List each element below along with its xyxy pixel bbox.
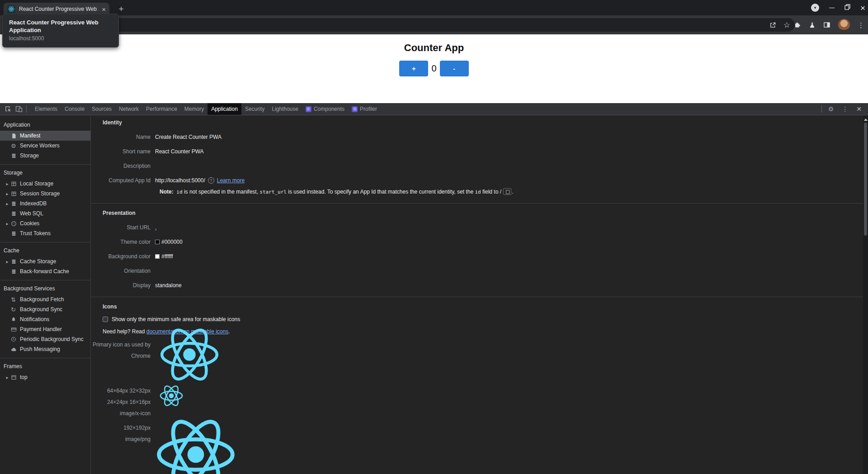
- sidebar-item-manifest[interactable]: Manifest: [0, 131, 90, 141]
- tab-sources[interactable]: Sources: [88, 103, 115, 115]
- short-name-label: Short name: [91, 148, 155, 155]
- theme-color-swatch: [155, 240, 160, 244]
- devtools-close-icon[interactable]: ✕: [853, 105, 865, 113]
- sidebar-item-web-sql[interactable]: Web SQL: [0, 209, 90, 218]
- scrollbar-up-arrow-icon[interactable]: [864, 118, 868, 121]
- tab-title: React Counter Progressive Web A: [19, 6, 98, 12]
- sidebar-item-background-fetch[interactable]: ⇅ Background Fetch: [0, 294, 90, 304]
- sidebar-item-push-messaging[interactable]: Push Messaging: [0, 344, 90, 354]
- database-icon: [11, 153, 20, 159]
- tab-close-icon[interactable]: ×: [102, 6, 106, 13]
- window-close-icon[interactable]: ×: [860, 4, 865, 12]
- tab-elements[interactable]: Elements: [31, 103, 61, 115]
- background-color-label: Background color: [91, 253, 155, 260]
- tab-lighthouse[interactable]: Lighthouse: [268, 103, 302, 115]
- sidebar-item-cookies[interactable]: ▸ Cookies: [0, 218, 90, 228]
- sidebar-item-notifications[interactable]: Notifications: [0, 314, 90, 324]
- scrollbar-thumb[interactable]: [864, 123, 867, 236]
- side-panel-icon[interactable]: [823, 21, 830, 28]
- tooltip-url: localhost:5000: [9, 35, 112, 42]
- start-url-label: Start URL: [91, 224, 155, 231]
- sidebar-item-payment-handler[interactable]: Payment Handler: [0, 324, 90, 334]
- maskable-icons-checkbox[interactable]: [103, 317, 108, 322]
- database-icon: [11, 211, 20, 217]
- extensions-puzzle-icon[interactable]: [794, 21, 801, 28]
- beaker-flask-icon[interactable]: [809, 22, 816, 28]
- tab-memory[interactable]: Memory: [181, 103, 208, 115]
- open-in-new-icon[interactable]: [769, 22, 776, 28]
- new-tab-button[interactable]: +: [116, 4, 127, 14]
- devtools-settings-gear-icon[interactable]: ⚙: [825, 105, 838, 113]
- tab-profiler[interactable]: Profiler: [348, 103, 381, 115]
- tab-security[interactable]: Security: [241, 103, 268, 115]
- page-content: Counter App + 0 -: [0, 34, 868, 103]
- tab-application[interactable]: Application: [208, 103, 241, 115]
- learn-more-link[interactable]: Learn more: [217, 177, 245, 184]
- database-icon: [11, 269, 20, 275]
- cloud-icon: [11, 346, 20, 352]
- tab-search-icon[interactable]: ▼: [811, 4, 819, 12]
- sidebar-item-top-frame[interactable]: ▸ top: [0, 372, 90, 382]
- sidebar-item-periodic-background-sync[interactable]: Periodic Background Sync: [0, 334, 90, 344]
- table-icon: [11, 181, 20, 187]
- theme-color-value: #000000: [161, 239, 183, 245]
- tab-network[interactable]: Network: [115, 103, 142, 115]
- sidebar-item-background-sync[interactable]: ↻ Background Sync: [0, 304, 90, 314]
- help-icon[interactable]: ?: [208, 177, 214, 184]
- tab-performance[interactable]: Performance: [142, 103, 181, 115]
- page-title: Counter App: [0, 42, 868, 54]
- theme-color-label: Theme color: [91, 239, 155, 245]
- device-toolbar-icon[interactable]: [14, 104, 24, 114]
- sidebar-section-frames: Frames: [0, 360, 90, 372]
- address-bar[interactable]: ☆: [41, 18, 795, 32]
- sidebar-item-back-forward-cache[interactable]: Back-forward Cache: [0, 266, 90, 276]
- name-label: Name: [91, 134, 155, 140]
- tab-components[interactable]: Components: [302, 103, 348, 115]
- expand-caret-icon[interactable]: ▸: [4, 191, 11, 196]
- section-divider: [91, 297, 868, 297]
- icons-section-title: Icons: [103, 303, 868, 310]
- increment-button[interactable]: +: [399, 61, 428, 76]
- sidebar-item-indexeddb[interactable]: ▸ IndexedDB: [0, 199, 90, 209]
- decrement-button[interactable]: -: [440, 61, 469, 76]
- expand-caret-icon[interactable]: ▸: [4, 181, 11, 186]
- sidebar-section-cache: Cache: [0, 244, 90, 256]
- bell-icon: [11, 317, 20, 322]
- large-icon-label: 192×192px image/png: [91, 422, 155, 445]
- description-label: Description: [91, 163, 155, 169]
- browser-toolbar: ☆ ⋮: [0, 15, 868, 34]
- expand-caret-icon[interactable]: ▸: [4, 375, 11, 380]
- tab-tooltip: React Counter Progressive Web Applicatio…: [2, 14, 119, 47]
- up-down-arrows-icon: ⇅: [11, 296, 20, 303]
- window-restore-icon[interactable]: [844, 4, 850, 12]
- identity-section-title: Identity: [103, 119, 868, 126]
- tab-console[interactable]: Console: [61, 103, 88, 115]
- expand-caret-icon[interactable]: ▸: [4, 259, 11, 264]
- expand-caret-icon[interactable]: ▸: [4, 221, 11, 226]
- sidebar-item-session-storage[interactable]: ▸ Session Storage: [0, 189, 90, 199]
- app-id-label: Computed App Id: [91, 177, 155, 184]
- database-icon: [11, 231, 20, 237]
- presentation-section-title: Presentation: [103, 210, 868, 216]
- sidebar-section-background-services: Background Services: [0, 282, 90, 294]
- start-url-value[interactable]: .: [155, 224, 156, 231]
- copy-app-id-button[interactable]: [503, 188, 511, 195]
- browser-menu-dots-icon[interactable]: ⋮: [858, 22, 864, 28]
- window-minimize-icon[interactable]: [829, 8, 835, 8]
- sidebar-item-trust-tokens[interactable]: Trust Tokens: [0, 228, 90, 238]
- manifest-panel: Identity Name Create React Counter PWA S…: [91, 116, 868, 474]
- gear-icon: ⚙: [11, 142, 20, 149]
- profile-avatar[interactable]: [838, 19, 850, 31]
- devtools-menu-dots-icon[interactable]: ⋮: [838, 105, 852, 113]
- expand-caret-icon[interactable]: ▸: [4, 201, 11, 206]
- display-label: Display: [91, 282, 155, 289]
- devtools-scrollbar[interactable]: [863, 116, 868, 474]
- sidebar-item-service-workers[interactable]: ⚙ Service Workers: [0, 141, 90, 151]
- bookmark-star-icon[interactable]: ☆: [783, 21, 790, 29]
- sidebar-item-storage[interactable]: Storage: [0, 151, 90, 161]
- sidebar-item-local-storage[interactable]: ▸ Local Storage: [0, 179, 90, 189]
- sidebar-item-cache-storage[interactable]: ▸ Cache Storage: [0, 256, 90, 266]
- favicon-sizes-label: 64×64px 32×32px 24×24px 16×16px image/x-…: [91, 385, 155, 419]
- inspect-element-icon[interactable]: [3, 104, 14, 114]
- frame-icon: [11, 374, 20, 380]
